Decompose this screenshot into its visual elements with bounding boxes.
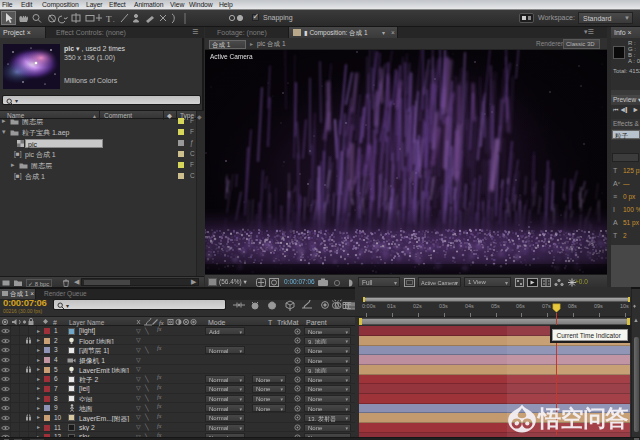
svg-text:TrkMat: TrkMat [277, 319, 299, 326]
svg-text:.: . [113, 17, 115, 23]
svg-text:fx: fx [159, 319, 164, 326]
svg-text:T: T [106, 14, 112, 24]
svg-text:Mode: Mode [208, 319, 226, 326]
svg-text:#: # [53, 319, 57, 326]
svg-text:T: T [268, 319, 273, 326]
svg-text:Parent: Parent [306, 319, 327, 326]
